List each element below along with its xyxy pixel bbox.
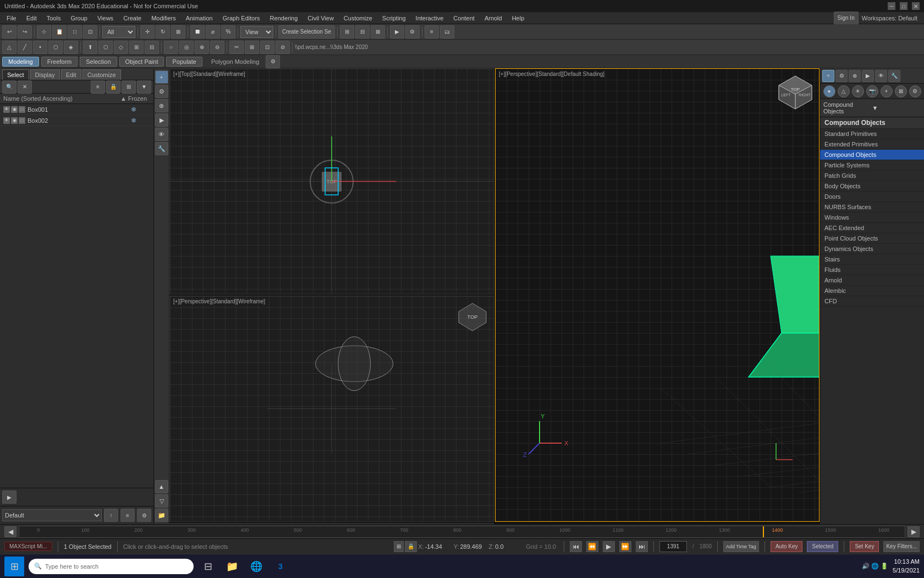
vertex-button[interactable]: • <box>33 41 47 54</box>
inset-button[interactable]: ⊞ <box>129 41 144 54</box>
nav-geom-icon[interactable]: ● <box>823 85 835 97</box>
rect-select-button[interactable]: □ <box>68 25 82 39</box>
viewport-perspective-top[interactable]: [+][Perspective][Standard][Wireframe] TO… <box>169 296 494 522</box>
sign-in-button[interactable]: Sign In <box>834 12 859 25</box>
set-key-btn[interactable]: Set Key <box>850 541 879 552</box>
key-filters-btn[interactable]: Key Filters... <box>883 541 920 552</box>
menu-modifiers[interactable]: Modifiers <box>147 14 180 23</box>
taskbar-edge-icon[interactable]: 🌐 <box>246 557 266 576</box>
render-setup-button[interactable]: ⚙ <box>405 25 420 39</box>
array-button[interactable]: ⊠ <box>371 25 385 39</box>
maximize-button[interactable]: □ <box>900 2 908 10</box>
cat-arnold[interactable]: Arnold <box>820 275 924 286</box>
border-button[interactable]: ⬡ <box>48 41 63 54</box>
layer-settings-button[interactable]: ⚙ <box>137 509 151 522</box>
angle-snap-button[interactable]: ⌀ <box>206 25 220 39</box>
scene-lock-button[interactable]: 🔒 <box>106 80 120 94</box>
cat-windows[interactable]: Windows <box>820 212 924 223</box>
nav-helper-icon[interactable]: + <box>881 85 893 97</box>
loop-button[interactable]: ○ <box>164 41 178 54</box>
create-icon-btn[interactable]: + <box>155 70 168 84</box>
category-dropdown[interactable]: Compound Objects ▼ <box>820 99 924 117</box>
menu-tools[interactable]: Tools <box>42 14 65 23</box>
snap-toggle-button[interactable]: 🔲 <box>190 25 205 39</box>
select-by-name-button[interactable]: 📋 <box>52 25 67 39</box>
undo-button[interactable]: ↩ <box>2 25 16 39</box>
utilities-icon-btn[interactable]: 🔧 <box>155 142 168 155</box>
view-dropdown[interactable]: View <box>240 26 273 38</box>
cat-doors[interactable]: Doors <box>820 192 924 202</box>
start-button[interactable]: ⊞ <box>4 557 24 576</box>
select-object-button[interactable]: ⊹ <box>37 25 51 39</box>
scene-view-button[interactable]: ≡ <box>91 80 105 94</box>
bridge-button[interactable]: ⊟ <box>145 41 159 54</box>
anim-next-btn[interactable]: ⏩ <box>619 541 631 552</box>
menu-file[interactable]: File <box>2 14 21 23</box>
window-crossing-button[interactable]: ⊡ <box>83 25 97 39</box>
chamfer-button[interactable]: ◇ <box>114 41 128 54</box>
cat-compound-objects[interactable]: Compound Objects <box>820 150 924 160</box>
percent-snap-button[interactable]: % <box>221 25 235 39</box>
cat-aec-extended[interactable]: AEC Extended <box>820 223 924 233</box>
menu-views[interactable]: Views <box>93 14 118 23</box>
anim-end-btn[interactable]: ⏭ <box>636 541 648 552</box>
shrink-button[interactable]: ⊖ <box>210 41 224 54</box>
nav-prev-button[interactable]: ◀ <box>4 526 16 537</box>
scale-button[interactable]: ⊠ <box>171 25 185 39</box>
hierarchy-panel-icon[interactable]: ⊕ <box>849 70 861 82</box>
menu-animation[interactable]: Animation <box>182 14 217 23</box>
tab-selection[interactable]: Selection <box>80 57 117 67</box>
add-time-tag-btn[interactable]: Add Time Tag <box>723 541 759 552</box>
task-view-button[interactable]: ⊟ <box>198 557 218 576</box>
tab-modeling[interactable]: Modeling <box>2 57 39 67</box>
menu-edit[interactable]: Edit <box>22 14 41 23</box>
menu-rendering[interactable]: Rendering <box>266 14 302 23</box>
selected-btn[interactable]: Selected <box>807 541 838 552</box>
grow-button[interactable]: ⊕ <box>195 41 209 54</box>
cat-nurbs[interactable]: NURBS Surfaces <box>820 202 924 212</box>
motion-icon-btn[interactable]: ▶ <box>155 113 168 127</box>
se-tab-display[interactable]: Display <box>30 69 60 80</box>
filter-dropdown[interactable]: All <box>102 26 135 38</box>
scene-sort-button[interactable]: ⊞ <box>122 80 136 94</box>
viewport-orthographic[interactable]: [+][Orthographic][Standard][Wireframe] <box>169 523 494 524</box>
tab-freeform[interactable]: Freeform <box>41 57 78 67</box>
scene-item-box002[interactable]: 👁 ◉ □ Box002 ❄ <box>0 115 153 126</box>
mirror-button[interactable]: ⊟ <box>355 25 370 39</box>
nav-space-icon[interactable]: ⊠ <box>895 85 907 97</box>
viewport-top[interactable]: [+][Top][Standard][Wireframe] TOP <box>169 68 494 295</box>
nav-next-button[interactable]: ▶ <box>908 526 920 537</box>
display-panel-icon[interactable]: 👁 <box>875 70 887 82</box>
filter-icon-btn[interactable]: ▽ <box>155 494 168 508</box>
tab-object-paint[interactable]: Object Paint <box>119 57 164 67</box>
redo-button[interactable]: ↪ <box>18 25 32 39</box>
expand-button[interactable]: ▶ <box>2 490 16 504</box>
hierarchy-icon-btn[interactable]: ⊕ <box>155 99 168 112</box>
ring-button[interactable]: ◎ <box>179 41 194 54</box>
cat-point-cloud[interactable]: Point Cloud Objects <box>820 233 924 244</box>
cut-button[interactable]: ✂ <box>229 41 244 54</box>
layer-mgr-button[interactable]: ≡ <box>120 509 135 522</box>
hide-icon-btn[interactable]: ▲ <box>155 480 168 493</box>
scene-explorer-button[interactable]: 🗂 <box>440 25 454 39</box>
menu-group[interactable]: Group <box>66 14 92 23</box>
cat-dynamics[interactable]: Dynamics Objects <box>820 244 924 254</box>
scene-close-button[interactable]: ✕ <box>18 80 32 94</box>
layer-up-button[interactable]: ↑ <box>104 509 118 522</box>
cat-alembic[interactable]: Alembic <box>820 286 924 296</box>
scene-item-box001[interactable]: 👁 ◉ □ Box001 ❄ <box>0 104 153 115</box>
scene-filter-button[interactable]: ▼ <box>137 80 151 94</box>
menu-create[interactable]: Create <box>119 14 146 23</box>
minimize-button[interactable]: ─ <box>888 2 895 10</box>
menu-help[interactable]: Help <box>508 14 529 23</box>
menu-customize[interactable]: Customize <box>339 14 377 23</box>
display-icon-btn[interactable]: 👁 <box>155 128 168 141</box>
align-button[interactable]: ⊞ <box>340 25 354 39</box>
auto-key-btn[interactable]: Auto Key <box>771 541 803 552</box>
cat-patch-grids[interactable]: Patch Grids <box>820 171 924 181</box>
create-panel-icon[interactable]: + <box>822 70 834 82</box>
move-button[interactable]: ✛ <box>140 25 155 39</box>
viewport-perspective-main[interactable]: [+][Perspective][Standard][Default Shadi… <box>495 68 820 522</box>
nav-light-icon[interactable]: ☀ <box>852 85 864 97</box>
quickslice-button[interactable]: ⊘ <box>276 41 290 54</box>
